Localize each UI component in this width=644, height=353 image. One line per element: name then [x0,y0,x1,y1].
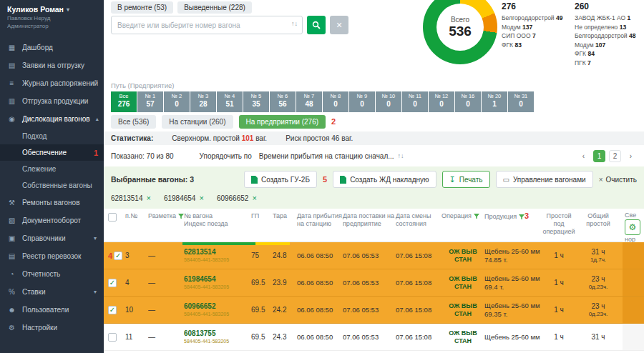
table-row[interactable]: 10 — 60966652584405-441-583205 69.5 24.2… [104,297,644,324]
table-row[interactable]: 4 3 — 62813514584405-441-583205 75 24.8 … [104,242,644,269]
print-button[interactable]: ↧Печать [442,171,490,188]
clear-search-button[interactable]: × [330,16,348,34]
col-idle-total[interactable]: Общий простой [577,209,619,242]
tab-on-station[interactable]: На станции (260) [162,115,233,129]
col-operation[interactable]: Операция [441,209,484,242]
path-cell[interactable]: № 535 [243,91,269,112]
col-marking[interactable]: Разметка [148,209,184,242]
path-cell[interactable]: № 157 [137,91,163,112]
col-idle-operation[interactable]: Простой под операцией [540,209,577,242]
col-delivery[interactable]: Дата поставки на предприятие [343,209,396,242]
sidebar-item-settings[interactable]: ⚙Настройки [0,319,104,337]
path-cell[interactable]: № 80 [323,91,348,112]
create-gu2b-button[interactable]: Создать ГУ-2Б [244,171,317,188]
prev-page-button[interactable]: ‹ [577,150,590,162]
sidebar-item-document-flow[interactable]: ▧Документооборот [0,212,104,229]
selected-wagons-panel: Выбранные вагоны: 3 Создать ГУ-2Б 5 Созд… [104,166,644,209]
remove-chip-icon[interactable]: × [252,194,256,202]
sidebar-item-directories[interactable]: ▣Справочники▾ [0,229,104,247]
row-checkbox[interactable] [114,252,122,260]
create-zhd-invoice-button[interactable]: Создать ЖД накладную [333,171,436,188]
user-block[interactable]: Куликов Роман ▾ Павловск Неруд Администр… [0,0,104,36]
cell-marking: — [148,306,184,314]
path-cell[interactable]: № 20 [164,91,190,112]
app-root: Куликов Роман ▾ Павловск Неруд Администр… [0,0,644,353]
legend-item: Модум 137 [502,23,562,32]
path-cell[interactable]: № 451 [217,91,243,112]
table-settings-button[interactable]: ⚙ [625,219,640,235]
sidebar-subitem-approach[interactable]: Подход [0,128,104,144]
sidebar-item-wagon-dislocation[interactable]: ◉Дислокация вагонов▴ [0,110,104,128]
stepper-arrows-icon[interactable]: ↑↓ [291,20,298,27]
row-checkbox[interactable] [108,306,117,314]
path-cell[interactable]: № 120 [429,91,454,112]
path-cell[interactable]: № 100 [376,91,401,112]
col-state-change[interactable]: Дата смены состояния [396,209,441,242]
gear-icon: ⚙ [629,222,637,232]
page-1-button[interactable]: 1 [593,150,605,162]
col-gp[interactable]: ГП [251,209,273,242]
cell-gp: 69.5 [251,279,273,287]
search-button[interactable] [307,16,326,34]
wagon-number[interactable]: 61984654 [184,275,251,284]
order-by-select[interactable]: Времени прибытия на станцию сначал... ↑↓ [259,152,404,160]
tab-all[interactable]: Все (536) [111,115,156,129]
col-wagon[interactable]: № вагонаИндекс поезда [184,209,251,242]
path-cell-all[interactable]: Все276 [111,91,137,112]
remove-chip-icon[interactable]: × [147,194,151,202]
table-row[interactable]: 11 — 60813755584405-441-583205 69.5 24.3… [104,324,644,351]
path-cell[interactable]: № 748 [296,91,322,112]
col-serial[interactable]: п.№ [125,209,148,242]
download-icon: ↧ [449,176,456,184]
manage-wagons-button[interactable]: ▭Управление вагонами [496,171,593,188]
remove-chip-icon[interactable]: × [199,194,203,202]
clear-selection-button[interactable]: ×Очистить [599,176,637,184]
select-all-checkbox[interactable] [108,213,117,222]
path-cell[interactable]: № 90 [349,91,375,112]
documents-icon: ▧ [7,217,16,224]
sidebar-item-orders-journal[interactable]: ≡Журнал распоряжений [0,74,104,92]
sidebar-item-dashboard[interactable]: ▦Дашборд [0,39,104,56]
book-icon: ▣ [7,234,16,242]
sidebar-item-transport-registry[interactable]: ▤Реестр перевозок [0,247,104,265]
col-product[interactable]: Продукция3 [484,209,540,242]
sidebar-subitem-tracking[interactable]: Слежение [0,161,104,177]
path-cell[interactable]: № 110 [402,91,428,112]
wagon-number[interactable]: 62813514 [184,248,251,257]
sidebar-item-rates[interactable]: %Ставки▾ [0,283,104,301]
cell-operation: ОЖ ВЫВСТАН [441,248,484,264]
path-cell[interactable]: № 160 [455,91,481,112]
filter-icon [519,214,525,220]
sidebar-item-wagon-repairs[interactable]: ⚒Ремонты вагонов [0,194,104,212]
path-cell[interactable]: № 201 [482,91,507,112]
table-row[interactable]: 4 — 61984654584405-441-583205 69.5 23.9 … [104,269,644,297]
sidebar-item-reporting[interactable]: ◔Отчетность [0,265,104,283]
row-checkbox[interactable] [108,333,117,342]
page-2-button[interactable]: 2 [609,150,621,162]
wagons-table: п.№ Разметка № вагонаИндекс поезда ГП Та… [104,209,644,353]
wagon-icon: ▭ [503,176,509,184]
path-cell[interactable]: № 310 [508,91,534,112]
col-arrival[interactable]: Дата прибытия на станцию [297,209,343,242]
row-checkbox[interactable] [108,279,117,287]
sidebar-item-shipment-requests[interactable]: ▤Заявки на отгрузку [0,56,104,74]
col-tara[interactable]: Тара [273,209,297,242]
sidebar-item-product-shipment[interactable]: ▥Отгрузка продукции [0,92,104,110]
sidebar-subitem-own-wagons[interactable]: Собственные вагоны [0,177,104,194]
sidebar-subitem-provision[interactable]: Обеспечение1 [0,144,104,161]
cell-state-date: 07.06 15:08 [396,252,441,259]
idle-risk-stat: Риск простоя 46 ваг. [286,134,353,142]
in-repair-button[interactable]: В ремонте (53) [111,1,173,14]
legend-enterprise: 276 Белгороддорстрой 49 Модум 137 СИП ОО… [502,1,562,49]
search-input[interactable] [111,16,303,34]
wagon-chip: 60966652× [217,194,257,202]
wagon-number[interactable]: 60813755 [184,329,251,338]
next-page-button[interactable]: › [625,150,637,162]
path-cell[interactable]: № 328 [190,91,216,112]
sidebar-item-users[interactable]: ☻Пользователи [0,301,104,319]
wagon-number[interactable]: 60966652 [184,302,251,311]
tab-on-enterprise[interactable]: На предприятии (276) [239,115,326,129]
path-cell[interactable]: № 656 [270,91,296,112]
removed-button[interactable]: Выведенные (228) [177,1,252,14]
donut-total-label: Всего [451,16,469,24]
